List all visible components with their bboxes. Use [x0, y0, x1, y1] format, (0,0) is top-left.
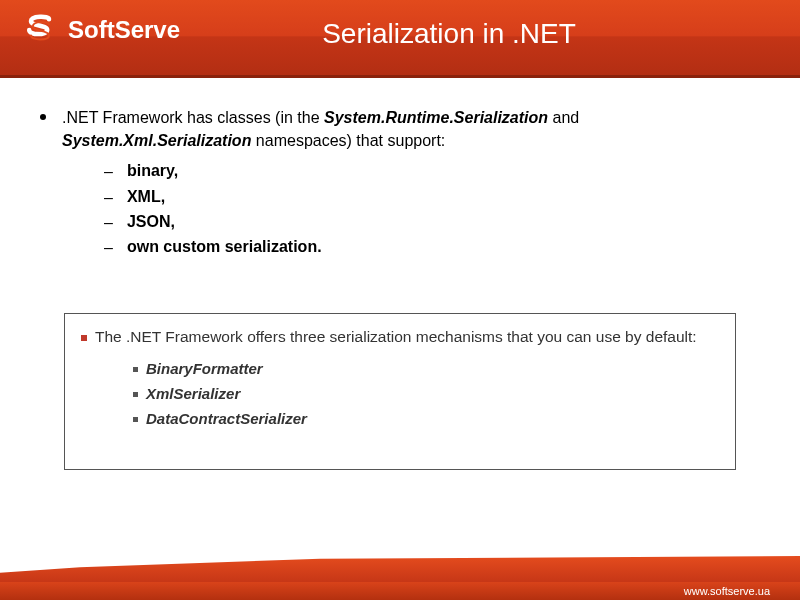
lead-bullet: .NET Framework has classes (in the Syste… — [40, 106, 760, 152]
footer-curve-decoration — [0, 556, 800, 584]
square-bullet-icon — [133, 392, 138, 397]
list-item: – JSON, — [104, 213, 760, 232]
lead-text: .NET Framework has classes (in the Syste… — [62, 106, 760, 152]
lead-prefix: .NET Framework has classes (in the — [62, 109, 324, 126]
lead-suffix: namespaces) that support: — [251, 132, 445, 149]
format-label: binary, — [127, 162, 178, 180]
slide-footer: www.softserve.ua — [0, 576, 800, 600]
square-bullet-icon — [133, 417, 138, 422]
lead-mid: and — [548, 109, 579, 126]
list-item: – binary, — [104, 162, 760, 181]
slide-header: SoftServe Serialization in .NET — [0, 0, 800, 78]
square-bullet-icon — [81, 335, 87, 341]
list-item: DataContractSerializer — [133, 410, 719, 427]
mechanisms-box: The .NET Framework offers three serializ… — [64, 313, 736, 470]
mechanism-label: BinaryFormatter — [146, 360, 263, 377]
list-item: BinaryFormatter — [133, 360, 719, 377]
dash-icon: – — [104, 162, 113, 181]
formats-list: – binary, – XML, – JSON, – own custom se… — [104, 162, 760, 257]
box-lead-text: The .NET Framework offers three serializ… — [95, 328, 697, 346]
mechanism-label: DataContractSerializer — [146, 410, 307, 427]
bullet-dot-icon — [40, 114, 46, 120]
softserve-logo-icon — [22, 12, 58, 48]
format-label: own custom serialization. — [127, 238, 322, 256]
lead-namespace-1: System.Runtime.Serialization — [324, 109, 548, 126]
dash-icon: – — [104, 188, 113, 207]
format-label: JSON, — [127, 213, 175, 231]
mechanism-label: XmlSerializer — [146, 385, 240, 402]
footer-bar: www.softserve.ua — [0, 582, 800, 600]
dash-icon: – — [104, 238, 113, 257]
dash-icon: – — [104, 213, 113, 232]
mechanisms-list: BinaryFormatter XmlSerializer DataContra… — [133, 360, 719, 427]
square-bullet-icon — [133, 367, 138, 372]
list-item: – XML, — [104, 188, 760, 207]
list-item: – own custom serialization. — [104, 238, 760, 257]
slide-content: .NET Framework has classes (in the Syste… — [0, 78, 800, 470]
format-label: XML, — [127, 188, 165, 206]
list-item: XmlSerializer — [133, 385, 719, 402]
slide-title: Serialization in .NET — [120, 12, 778, 50]
box-lead: The .NET Framework offers three serializ… — [81, 328, 719, 346]
footer-url: www.softserve.ua — [684, 585, 770, 597]
lead-namespace-2: System.Xml.Serialization — [62, 132, 251, 149]
